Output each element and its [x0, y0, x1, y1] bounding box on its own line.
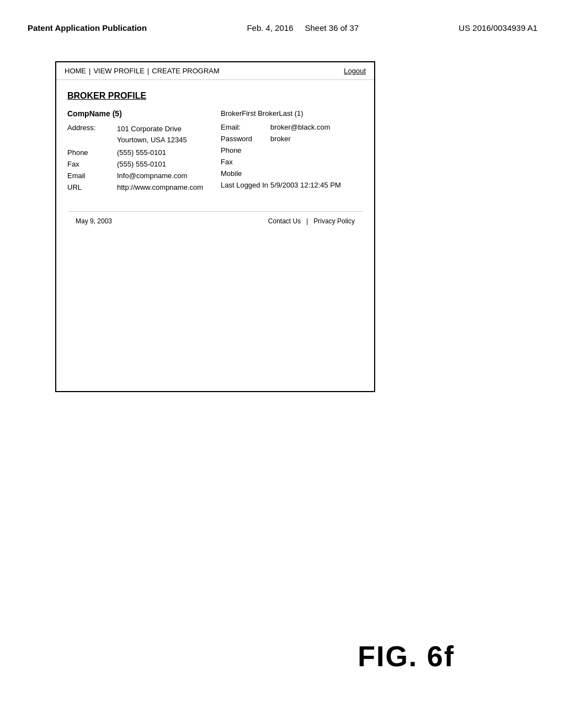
broker-email-row: Email: broker@black.com [221, 123, 363, 131]
broker-password-value: broker [270, 135, 291, 143]
publication-title-text: Patent Application Publication [28, 23, 147, 33]
company-url-value: http://www.compname.com [117, 183, 203, 191]
publication-date: Feb. 4, 2016 [247, 23, 293, 33]
broker-email-value: broker@black.com [270, 123, 331, 131]
broker-profile-section: BROKER PROFILE CompName (5) Address: 101… [67, 91, 363, 195]
broker-last-login-row: Last Logged In 5/9/2003 12:12:45 PM [221, 181, 363, 189]
company-name: CompName (5) [67, 109, 210, 118]
company-url-label: URL [67, 183, 117, 191]
email-row: Email Info@compname.com [67, 172, 210, 180]
sheet-info: Sheet 36 of 37 [305, 23, 359, 33]
company-phone-value: (555) 555-0101 [117, 148, 166, 157]
company-email-value: Info@compname.com [117, 172, 187, 180]
footer-bar: May 9, 2003 Contact Us | Privacy Policy [67, 211, 363, 231]
nav-sep-1: | [89, 67, 90, 75]
view-profile-link[interactable]: VIEW PROFILE [93, 67, 144, 75]
contact-us-link[interactable]: Contact Us [268, 217, 301, 225]
logout-button[interactable]: Logout [344, 67, 366, 75]
patent-number-text: US 2016/0034939 A1 [459, 23, 537, 33]
broker-mobile-row: Mobile [221, 169, 363, 178]
app-container: HOME | VIEW PROFILE | CREATE PROGRAM Log… [55, 61, 375, 392]
address-line2: Yourtown, USA 12345 [117, 136, 187, 144]
footer-separator: | [306, 217, 308, 225]
nav-sep-2: | [147, 67, 149, 75]
privacy-policy-link[interactable]: Privacy Policy [313, 217, 355, 225]
figure-label: FIG. 6f [358, 640, 455, 673]
broker-fax-row: Fax [221, 158, 363, 166]
create-program-link[interactable]: CREATE PROGRAM [152, 67, 220, 75]
url-row: URL http://www.compname.com [67, 183, 210, 191]
page-header: Patent Application Publication Feb. 4, 2… [0, 0, 565, 45]
broker-profile-title: BROKER PROFILE [67, 91, 363, 101]
broker-fax-label: Fax [221, 158, 270, 166]
company-fax-label: Fax [67, 160, 117, 168]
broker-password-row: Password broker [221, 135, 363, 143]
header-date-sheet: Feb. 4, 2016 Sheet 36 of 37 [247, 22, 359, 34]
header-patent-number: US 2016/0034939 A1 [459, 22, 537, 34]
profile-layout: CompName (5) Address: 101 Corporate Driv… [67, 109, 363, 195]
phone-row: Phone (555) 555-0101 [67, 148, 210, 157]
broker-password-label: Password [221, 135, 270, 143]
app-nav: HOME | VIEW PROFILE | CREATE PROGRAM Log… [56, 62, 374, 80]
broker-email-label: Email: [221, 123, 270, 131]
page-date: May 9, 2003 [76, 217, 112, 225]
address-label: Address: [67, 124, 117, 145]
company-email-label: Email [67, 172, 117, 180]
main-content: HOME | VIEW PROFILE | CREATE PROGRAM Log… [0, 45, 565, 414]
company-phone-label: Phone [67, 148, 117, 157]
address-value: 101 Corporate Drive Yourtown, USA 12345 [117, 124, 187, 145]
address-line1: 101 Corporate Drive [117, 125, 182, 133]
address-row: Address: 101 Corporate Drive Yourtown, U… [67, 124, 210, 145]
broker-mobile-label: Mobile [221, 169, 270, 178]
fax-row: Fax (555) 555-0101 [67, 160, 210, 168]
home-link[interactable]: HOME [65, 67, 86, 75]
broker-phone-label: Phone [221, 146, 270, 154]
app-body: BROKER PROFILE CompName (5) Address: 101… [56, 80, 374, 247]
header-publication-title: Patent Application Publication [28, 22, 147, 34]
nav-links: HOME | VIEW PROFILE | CREATE PROGRAM [65, 67, 220, 75]
broker-info-col: BrokerFirst BrokerLast (1) Email: broker… [221, 109, 363, 195]
company-fax-value: (555) 555-0101 [117, 160, 166, 168]
company-info-col: CompName (5) Address: 101 Corporate Driv… [67, 109, 210, 195]
footer-links: Contact Us | Privacy Policy [268, 217, 355, 225]
broker-phone-row: Phone [221, 146, 363, 154]
broker-last-login-value: 5/9/2003 12:12:45 PM [270, 181, 341, 189]
broker-last-login-label: Last Logged In [221, 181, 270, 189]
broker-name: BrokerFirst BrokerLast (1) [221, 109, 363, 117]
